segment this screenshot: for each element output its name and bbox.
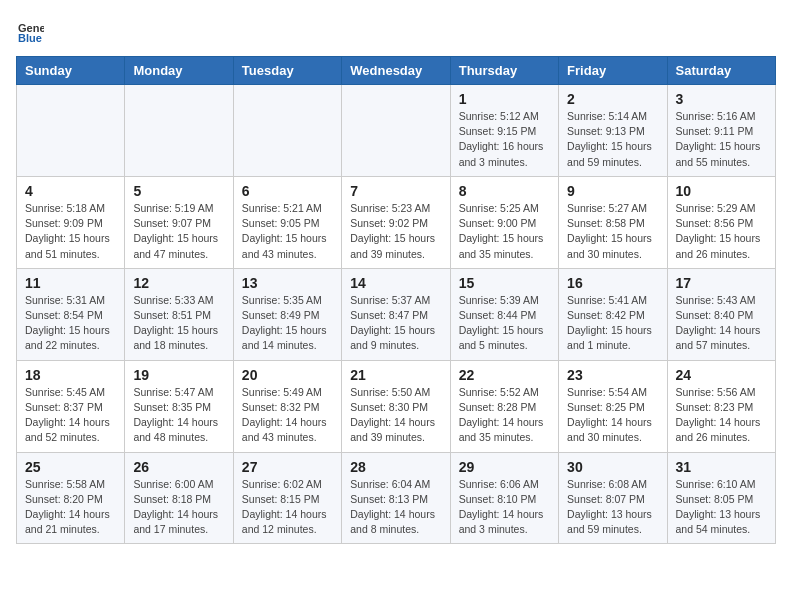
calendar-cell [125, 85, 233, 177]
day-number: 15 [459, 275, 550, 291]
calendar-cell: 31Sunrise: 6:10 AM Sunset: 8:05 PM Dayli… [667, 452, 775, 544]
day-info: Sunrise: 6:08 AM Sunset: 8:07 PM Dayligh… [567, 477, 658, 538]
calendar-cell: 2Sunrise: 5:14 AM Sunset: 9:13 PM Daylig… [559, 85, 667, 177]
calendar-cell: 28Sunrise: 6:04 AM Sunset: 8:13 PM Dayli… [342, 452, 450, 544]
day-number: 20 [242, 367, 333, 383]
week-row-3: 11Sunrise: 5:31 AM Sunset: 8:54 PM Dayli… [17, 268, 776, 360]
calendar-cell: 22Sunrise: 5:52 AM Sunset: 8:28 PM Dayli… [450, 360, 558, 452]
day-number: 27 [242, 459, 333, 475]
day-info: Sunrise: 5:37 AM Sunset: 8:47 PM Dayligh… [350, 293, 441, 354]
day-info: Sunrise: 5:35 AM Sunset: 8:49 PM Dayligh… [242, 293, 333, 354]
day-info: Sunrise: 5:19 AM Sunset: 9:07 PM Dayligh… [133, 201, 224, 262]
header-monday: Monday [125, 57, 233, 85]
day-info: Sunrise: 6:00 AM Sunset: 8:18 PM Dayligh… [133, 477, 224, 538]
day-number: 28 [350, 459, 441, 475]
day-number: 29 [459, 459, 550, 475]
week-row-4: 18Sunrise: 5:45 AM Sunset: 8:37 PM Dayli… [17, 360, 776, 452]
calendar-cell: 17Sunrise: 5:43 AM Sunset: 8:40 PM Dayli… [667, 268, 775, 360]
header-friday: Friday [559, 57, 667, 85]
day-number: 5 [133, 183, 224, 199]
day-info: Sunrise: 5:23 AM Sunset: 9:02 PM Dayligh… [350, 201, 441, 262]
day-number: 8 [459, 183, 550, 199]
day-number: 7 [350, 183, 441, 199]
calendar-cell: 16Sunrise: 5:41 AM Sunset: 8:42 PM Dayli… [559, 268, 667, 360]
day-info: Sunrise: 6:04 AM Sunset: 8:13 PM Dayligh… [350, 477, 441, 538]
calendar-header-row: SundayMondayTuesdayWednesdayThursdayFrid… [17, 57, 776, 85]
header-sunday: Sunday [17, 57, 125, 85]
calendar-table: SundayMondayTuesdayWednesdayThursdayFrid… [16, 56, 776, 544]
calendar-cell: 5Sunrise: 5:19 AM Sunset: 9:07 PM Daylig… [125, 176, 233, 268]
day-info: Sunrise: 5:14 AM Sunset: 9:13 PM Dayligh… [567, 109, 658, 170]
day-number: 3 [676, 91, 767, 107]
week-row-5: 25Sunrise: 5:58 AM Sunset: 8:20 PM Dayli… [17, 452, 776, 544]
day-number: 18 [25, 367, 116, 383]
day-number: 1 [459, 91, 550, 107]
day-number: 23 [567, 367, 658, 383]
day-info: Sunrise: 5:21 AM Sunset: 9:05 PM Dayligh… [242, 201, 333, 262]
week-row-1: 1Sunrise: 5:12 AM Sunset: 9:15 PM Daylig… [17, 85, 776, 177]
calendar-cell: 27Sunrise: 6:02 AM Sunset: 8:15 PM Dayli… [233, 452, 341, 544]
day-info: Sunrise: 5:58 AM Sunset: 8:20 PM Dayligh… [25, 477, 116, 538]
day-number: 25 [25, 459, 116, 475]
day-number: 21 [350, 367, 441, 383]
calendar-cell: 26Sunrise: 6:00 AM Sunset: 8:18 PM Dayli… [125, 452, 233, 544]
day-number: 12 [133, 275, 224, 291]
logo-icon: General Blue [16, 16, 44, 44]
day-info: Sunrise: 5:29 AM Sunset: 8:56 PM Dayligh… [676, 201, 767, 262]
day-number: 11 [25, 275, 116, 291]
calendar-cell: 21Sunrise: 5:50 AM Sunset: 8:30 PM Dayli… [342, 360, 450, 452]
calendar-cell: 20Sunrise: 5:49 AM Sunset: 8:32 PM Dayli… [233, 360, 341, 452]
day-info: Sunrise: 5:33 AM Sunset: 8:51 PM Dayligh… [133, 293, 224, 354]
day-info: Sunrise: 5:45 AM Sunset: 8:37 PM Dayligh… [25, 385, 116, 446]
day-number: 19 [133, 367, 224, 383]
day-number: 9 [567, 183, 658, 199]
day-number: 26 [133, 459, 224, 475]
day-number: 10 [676, 183, 767, 199]
day-info: Sunrise: 5:18 AM Sunset: 9:09 PM Dayligh… [25, 201, 116, 262]
day-number: 30 [567, 459, 658, 475]
calendar-cell: 4Sunrise: 5:18 AM Sunset: 9:09 PM Daylig… [17, 176, 125, 268]
calendar-cell: 24Sunrise: 5:56 AM Sunset: 8:23 PM Dayli… [667, 360, 775, 452]
header-saturday: Saturday [667, 57, 775, 85]
day-number: 31 [676, 459, 767, 475]
day-number: 22 [459, 367, 550, 383]
day-info: Sunrise: 5:41 AM Sunset: 8:42 PM Dayligh… [567, 293, 658, 354]
calendar-cell [233, 85, 341, 177]
calendar-cell: 1Sunrise: 5:12 AM Sunset: 9:15 PM Daylig… [450, 85, 558, 177]
calendar-cell: 3Sunrise: 5:16 AM Sunset: 9:11 PM Daylig… [667, 85, 775, 177]
calendar-cell: 12Sunrise: 5:33 AM Sunset: 8:51 PM Dayli… [125, 268, 233, 360]
week-row-2: 4Sunrise: 5:18 AM Sunset: 9:09 PM Daylig… [17, 176, 776, 268]
day-info: Sunrise: 5:47 AM Sunset: 8:35 PM Dayligh… [133, 385, 224, 446]
day-info: Sunrise: 6:10 AM Sunset: 8:05 PM Dayligh… [676, 477, 767, 538]
logo: General Blue [16, 16, 48, 44]
calendar-cell: 15Sunrise: 5:39 AM Sunset: 8:44 PM Dayli… [450, 268, 558, 360]
day-info: Sunrise: 5:49 AM Sunset: 8:32 PM Dayligh… [242, 385, 333, 446]
calendar-cell: 13Sunrise: 5:35 AM Sunset: 8:49 PM Dayli… [233, 268, 341, 360]
calendar-cell: 7Sunrise: 5:23 AM Sunset: 9:02 PM Daylig… [342, 176, 450, 268]
header-wednesday: Wednesday [342, 57, 450, 85]
calendar-cell [342, 85, 450, 177]
day-info: Sunrise: 6:06 AM Sunset: 8:10 PM Dayligh… [459, 477, 550, 538]
day-number: 16 [567, 275, 658, 291]
calendar-cell: 14Sunrise: 5:37 AM Sunset: 8:47 PM Dayli… [342, 268, 450, 360]
day-number: 17 [676, 275, 767, 291]
day-info: Sunrise: 5:39 AM Sunset: 8:44 PM Dayligh… [459, 293, 550, 354]
day-number: 14 [350, 275, 441, 291]
header-thursday: Thursday [450, 57, 558, 85]
calendar-cell: 18Sunrise: 5:45 AM Sunset: 8:37 PM Dayli… [17, 360, 125, 452]
day-info: Sunrise: 5:52 AM Sunset: 8:28 PM Dayligh… [459, 385, 550, 446]
calendar-cell: 9Sunrise: 5:27 AM Sunset: 8:58 PM Daylig… [559, 176, 667, 268]
calendar-cell: 30Sunrise: 6:08 AM Sunset: 8:07 PM Dayli… [559, 452, 667, 544]
day-info: Sunrise: 5:43 AM Sunset: 8:40 PM Dayligh… [676, 293, 767, 354]
calendar-cell: 19Sunrise: 5:47 AM Sunset: 8:35 PM Dayli… [125, 360, 233, 452]
calendar-cell: 8Sunrise: 5:25 AM Sunset: 9:00 PM Daylig… [450, 176, 558, 268]
day-number: 24 [676, 367, 767, 383]
day-info: Sunrise: 6:02 AM Sunset: 8:15 PM Dayligh… [242, 477, 333, 538]
calendar-cell: 25Sunrise: 5:58 AM Sunset: 8:20 PM Dayli… [17, 452, 125, 544]
calendar-cell: 23Sunrise: 5:54 AM Sunset: 8:25 PM Dayli… [559, 360, 667, 452]
day-number: 2 [567, 91, 658, 107]
day-number: 4 [25, 183, 116, 199]
header: General Blue [16, 16, 776, 44]
day-info: Sunrise: 5:27 AM Sunset: 8:58 PM Dayligh… [567, 201, 658, 262]
day-number: 13 [242, 275, 333, 291]
